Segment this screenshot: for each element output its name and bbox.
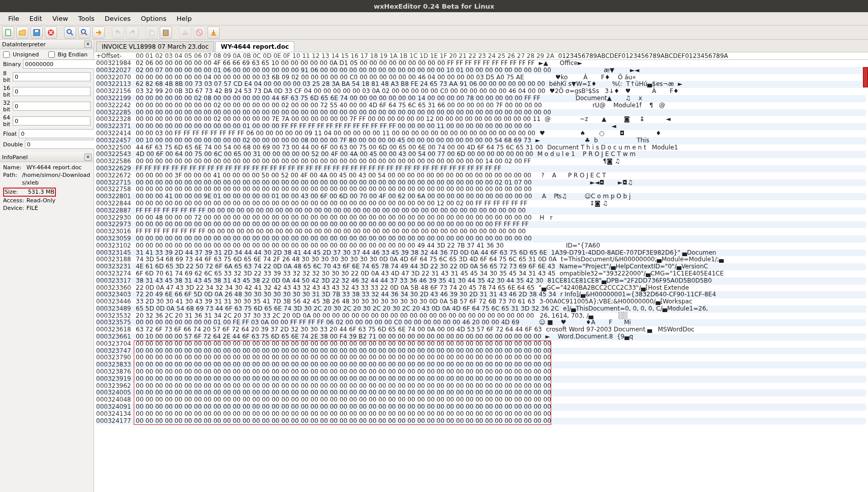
menu-edit[interactable]: Edit (24, 13, 47, 24)
di-field[interactable] (19, 129, 97, 138)
infopanel-title: InfoPanel (2, 154, 28, 161)
close-icon[interactable]: × (84, 153, 92, 161)
hex-row[interactable]: 00032219900 00 00 00 00 00 02 08 00 00 0… (96, 95, 866, 102)
undo-button[interactable] (112, 26, 124, 39)
insert-button[interactable] (207, 26, 220, 39)
copy-button[interactable] (145, 26, 158, 39)
hex-row[interactable]: 00032417700 00 00 00 00 00 00 00 00 00 0… (96, 418, 866, 425)
hex-row[interactable]: 00032400500 00 00 00 00 00 00 00 00 00 0… (96, 389, 866, 396)
scrollbar-handle[interactable] (863, 67, 868, 87)
hex-row[interactable]: 00032344633 2D 30 30 41 30 43 39 31 31 3… (96, 298, 866, 305)
hex-row[interactable]: 00032245700 10 00 00 00 00 00 00 00 00 0… (96, 137, 866, 144)
hex-row[interactable]: 0003232314E 61 6D 65 3D 22 50 72 6F 6A 6… (96, 263, 866, 270)
find-button[interactable] (64, 26, 76, 39)
cut-button[interactable] (179, 26, 191, 39)
hex-view[interactable]: 00032198402 06 00 00 00 00 00 00 4F 66 6… (94, 60, 868, 492)
hex-row[interactable]: 0003225434D 00 6F 00 64 00 75 00 6C 00 6… (96, 151, 866, 158)
hex-row[interactable]: 00032258600 00 00 00 00 00 00 00 00 00 0… (96, 158, 866, 165)
save-button[interactable] (31, 26, 43, 39)
hex-row[interactable]: 00032232800 00 00 00 00 00 00 00 02 00 0… (96, 116, 866, 123)
binary-field[interactable] (23, 59, 101, 69)
di-label: Float (3, 131, 17, 137)
hex-row[interactable]: 00032370400 00 00 00 00 00 00 00 00 00 0… (96, 341, 866, 348)
binary-label: Binary (3, 61, 21, 68)
menu-view[interactable]: View (47, 13, 73, 24)
menubar: File Edit View Tools Devices Options Hel… (0, 12, 868, 25)
hex-row[interactable]: 00032198402 06 00 00 00 00 00 00 4F 66 6… (96, 60, 866, 67)
info-access-value: Read-Only (26, 197, 55, 205)
svg-point-4 (67, 29, 71, 34)
replace-button[interactable] (78, 26, 91, 39)
hex-row[interactable]: 00032396200 00 00 00 00 00 00 00 00 00 0… (96, 383, 866, 390)
di-field[interactable] (25, 140, 103, 149)
hex-row[interactable]: 00032267200 00 00 00 3F 00 00 00 41 00 0… (96, 172, 866, 179)
hex-row[interactable]: 00032413400 00 00 00 00 00 00 00 00 00 0… (96, 411, 866, 418)
bigendian-checkbox[interactable] (48, 51, 55, 58)
hex-row[interactable]: 00032284400 00 00 00 00 00 00 00 00 00 0… (96, 200, 866, 207)
di-field[interactable] (13, 116, 91, 126)
hex-row[interactable]: 00032215603 32 99 20 0B 3D 67 73 42 B9 2… (96, 88, 866, 95)
hex-row[interactable]: 00032374700 00 00 00 00 00 00 00 00 00 0… (96, 348, 866, 355)
datainterpreter-title: DataInterpreter (2, 41, 46, 48)
hex-row[interactable]: 00032224200 00 00 00 00 00 00 00 02 00 0… (96, 102, 866, 109)
hex-row[interactable]: 00032318874 3D 54 68 69 73 44 6F 63 75 6… (96, 256, 866, 263)
di-field[interactable] (13, 72, 91, 81)
hex-row[interactable]: 000322887FF FF FF FF FF FF FF FF 00 00 0… (96, 207, 866, 214)
di-field[interactable] (13, 87, 91, 96)
hex-row[interactable]: 00032331738 31 43 45 38 31 43 45 38 31 4… (96, 278, 866, 285)
paste-button[interactable] (160, 26, 172, 39)
menu-tools[interactable]: Tools (73, 13, 100, 24)
menu-devices[interactable]: Devices (100, 13, 136, 24)
hex-row[interactable]: 00032379000 00 00 00 00 00 00 00 00 00 0… (96, 354, 866, 361)
hex-row[interactable]: 00032241400 00 03 00 FF FF FF FF FF FF F… (96, 130, 866, 137)
hex-row[interactable]: 00032353220 32 36 2C 20 31 36 31 34 2C 2… (96, 313, 866, 320)
window-titlebar: wxHexEditor 0.24 Beta for Linux (0, 0, 868, 12)
menu-options[interactable]: Options (136, 13, 171, 24)
hex-row[interactable]: 00032391900 00 00 00 00 00 00 00 00 00 0… (96, 376, 866, 383)
hex-row[interactable]: 00032357500 00 00 00 00 00 00 00 01 00 F… (96, 319, 866, 326)
svg-rect-9 (164, 29, 167, 31)
close-icon[interactable]: × (84, 41, 92, 48)
hex-row[interactable]: 00032202702 00 07 00 00 00 00 00 01 06 0… (96, 67, 866, 74)
hex-row[interactable]: 00032293000 00 48 00 00 00 72 00 00 00 0… (96, 214, 866, 222)
svg-rect-7 (151, 31, 154, 36)
close-file-button[interactable] (45, 26, 57, 39)
hex-row[interactable]: 00032207000 00 00 00 00 00 00 04 00 00 0… (96, 74, 866, 81)
hex-row[interactable]: 00032280100 00 00 41 00 00 00 9E 01 00 0… (96, 193, 866, 200)
hex-row[interactable]: 00032305900 00 00 00 00 00 00 00 00 00 0… (96, 235, 866, 242)
hex-row[interactable]: 000322629FF FF FF FF FF FF FF FF FF FF F… (96, 165, 866, 172)
hex-row[interactable]: 00032250044 6F 63 75 6D 65 6E 74 00 54 0… (96, 144, 866, 151)
tab-report[interactable]: WY-4644 report.doc (215, 41, 294, 52)
hex-row[interactable]: 00032336022 0D 0A 47 43 3D 22 34 32 34 3… (96, 285, 866, 292)
info-name-value: WY-4644 report.doc (26, 164, 82, 172)
tab-invoice[interactable]: INVOICE VL18998 07 March 23.doc (96, 41, 214, 52)
hex-row[interactable]: 00032366100 10 00 00 00 57 6F 72 64 2E 4… (96, 333, 866, 341)
hex-row[interactable]: 00032348965 5D 0D 0A 54 68 69 73 44 6F 6… (96, 305, 866, 313)
hex-row[interactable]: 00032228500 00 00 00 00 00 00 00 00 00 0… (96, 109, 866, 116)
unsigned-checkbox[interactable] (3, 51, 10, 58)
hex-row[interactable]: 00032310200 00 00 00 00 00 00 00 00 00 0… (96, 242, 866, 250)
delete-button[interactable] (193, 26, 205, 39)
hex-row[interactable]: 00032361863 72 6F 73 6F 66 74 20 57 6F 7… (96, 326, 866, 333)
hex-row[interactable]: 00032211362 82 68 4B 8B 00 73 03 07 57 C… (96, 81, 866, 88)
menu-help[interactable]: Help (171, 13, 197, 24)
redo-button[interactable] (126, 26, 138, 39)
di-field[interactable] (13, 102, 91, 111)
svg-rect-13 (211, 35, 216, 36)
new-file-button[interactable] (2, 26, 14, 39)
goto-button[interactable] (93, 26, 105, 39)
hex-row[interactable]: 00032387600 00 00 00 00 00 00 00 00 00 0… (96, 368, 866, 376)
hex-row[interactable]: 00032340372 20 49 6E 66 6F 5D 0D 0A 26 4… (96, 291, 866, 298)
hex-row[interactable]: 00032275800 00 00 00 00 00 00 00 00 00 0… (96, 186, 866, 193)
hex-row[interactable]: 00032383300 00 00 00 00 00 00 00 00 00 0… (96, 361, 866, 368)
hex-row[interactable]: 00032297300 00 00 00 00 00 00 00 00 00 0… (96, 221, 866, 228)
hex-row[interactable]: 00032409100 00 00 00 00 00 00 00 00 00 0… (96, 404, 866, 411)
hex-row[interactable]: 00032314531 41 33 39 2D 44 37 39 31 2D 3… (96, 250, 866, 257)
hex-row[interactable]: 00032404800 00 00 00 00 00 00 00 00 00 0… (96, 396, 866, 404)
hex-row[interactable]: 0003232746F 6D 70 61 74 69 62 6C 65 33 3… (96, 270, 866, 278)
open-file-button[interactable] (16, 26, 28, 39)
hex-row[interactable]: 00032271500 00 00 00 00 00 00 00 00 00 0… (96, 179, 866, 187)
hex-row[interactable]: 00032237100 00 00 00 00 00 00 00 00 00 0… (96, 123, 866, 130)
menu-file[interactable]: File (3, 13, 24, 24)
hex-row[interactable]: 000323016FF FF FF FF FF FF FF FF 00 00 0… (96, 228, 866, 235)
